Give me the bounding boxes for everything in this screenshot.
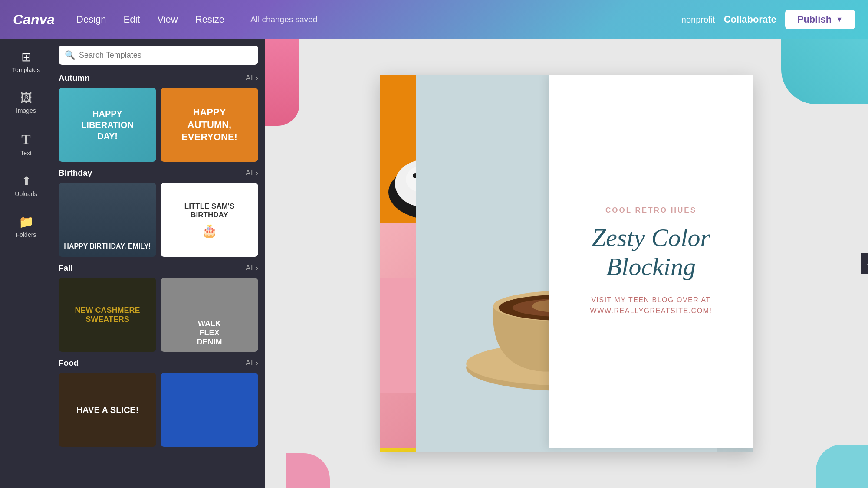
section-all-birthday[interactable]: All › bbox=[246, 169, 258, 177]
canvas-area: COOL RETRO HUES Zesty Color Blocking VIS… bbox=[265, 39, 868, 488]
canvas-image-4 bbox=[549, 448, 753, 452]
publish-arrow-icon: ▼ bbox=[836, 16, 843, 23]
publish-button[interactable]: Publish ▼ bbox=[785, 10, 855, 29]
template-grid-fall: NEW CASHMERESWEATERS WALKFLEXDENIM bbox=[59, 278, 258, 352]
canvas-description: VISIT MY TEEN BLOG OVER ATWWW.REALLYGREA… bbox=[590, 295, 712, 317]
birthday-cake-icon: 🎂 bbox=[201, 223, 217, 238]
nonprofit-button[interactable]: nonprofit bbox=[681, 15, 715, 25]
sidebar-label-templates: Templates bbox=[12, 66, 40, 73]
template-card-autumn-2[interactable]: HAPPYAUTUMN,EVERYONE! bbox=[161, 88, 258, 162]
sidebar-item-folders[interactable]: 📁 Folders bbox=[0, 210, 52, 242]
template-text-autumn-1: HAPPYLIBERATIONDAY! bbox=[81, 108, 134, 142]
bg-decor-teal-tr bbox=[781, 39, 868, 104]
template-text-food-1: HAVE A SLICE! bbox=[76, 405, 139, 415]
templates-icon: ⊞ bbox=[21, 50, 31, 64]
section-title-fall: Fall bbox=[59, 263, 73, 273]
icon-sidebar: ⊞ Templates 🖼 Images T Text ⬆ Uploads 📁 … bbox=[0, 39, 52, 488]
main-area: ⊞ Templates 🖼 Images T Text ⬆ Uploads 📁 … bbox=[0, 39, 868, 488]
sidebar-label-images: Images bbox=[16, 107, 36, 114]
template-grid-autumn: HAPPYLIBERATIONDAY! HAPPYAUTUMN,EVERYONE… bbox=[59, 88, 258, 162]
search-bar[interactable]: 🔍 bbox=[59, 46, 258, 65]
folders-icon: 📁 bbox=[19, 215, 34, 229]
sidebar-item-images[interactable]: 🖼 Images bbox=[0, 86, 52, 118]
canvas-image-4-svg bbox=[549, 448, 753, 452]
section-header-fall: Fall All › bbox=[59, 263, 258, 273]
uploads-icon: ⬆ bbox=[21, 174, 31, 188]
nav-resize[interactable]: Resize bbox=[195, 14, 224, 25]
templates-panel: 🔍 Autumn All › HAPPYLIBERATIONDAY! HAPPY… bbox=[52, 39, 265, 488]
section-header-food: Food All › bbox=[59, 358, 258, 368]
template-card-food-1[interactable]: HAVE A SLICE! bbox=[59, 373, 156, 447]
sidebar-item-templates[interactable]: ⊞ Templates bbox=[0, 46, 52, 78]
bg-decor-pink-bl bbox=[286, 453, 330, 488]
images-icon: 🖼 bbox=[20, 91, 32, 105]
sidebar-item-text[interactable]: T Text bbox=[0, 127, 52, 161]
section-title-autumn: Autumn bbox=[59, 73, 90, 83]
template-text-birthday-2: LITTLE SAM'SBIRTHDAY bbox=[184, 202, 234, 219]
section-title-food: Food bbox=[59, 358, 79, 368]
canvas-image-4-content bbox=[549, 448, 753, 452]
section-header-autumn: Autumn All › bbox=[59, 73, 258, 83]
canvas-center-card: COOL RETRO HUES Zesty Color Blocking VIS… bbox=[549, 75, 753, 448]
bg-decor-pink bbox=[265, 39, 299, 126]
template-text-autumn-2: HAPPYAUTUMN,EVERYONE! bbox=[181, 106, 237, 144]
template-grid-food: HAVE A SLICE! bbox=[59, 373, 258, 447]
template-card-fall-2[interactable]: WALKFLEXDENIM bbox=[161, 278, 258, 352]
template-text-birthday-1: HAPPY BIRTHDAY, EMILY! bbox=[64, 242, 151, 250]
template-card-birthday-1[interactable]: HAPPY BIRTHDAY, EMILY! bbox=[59, 183, 156, 257]
save-status: All changes saved bbox=[250, 15, 681, 24]
template-text-fall-2: WALKFLEXDENIM bbox=[197, 319, 222, 347]
template-card-food-2[interactable] bbox=[161, 373, 258, 447]
bg-decor-teal-br bbox=[816, 445, 868, 488]
nav-edit[interactable]: Edit bbox=[124, 14, 140, 25]
sidebar-label-text: Text bbox=[20, 150, 32, 157]
search-input[interactable] bbox=[79, 51, 252, 60]
sidebar-item-uploads[interactable]: ⬆ Uploads bbox=[0, 170, 52, 202]
template-card-autumn-1[interactable]: HAPPYLIBERATIONDAY! bbox=[59, 88, 156, 162]
template-card-birthday-2[interactable]: LITTLE SAM'SBIRTHDAY 🎂 bbox=[161, 183, 258, 257]
design-canvas[interactable]: COOL RETRO HUES Zesty Color Blocking VIS… bbox=[380, 75, 753, 452]
section-all-food[interactable]: All › bbox=[246, 359, 258, 367]
template-text-fall-1: NEW CASHMERESWEATERS bbox=[75, 306, 140, 324]
nav-design[interactable]: Design bbox=[76, 14, 106, 25]
app-logo[interactable]: Canva bbox=[13, 12, 55, 28]
canvas-subtitle: COOL RETRO HUES bbox=[605, 206, 697, 215]
template-card-fall-1[interactable]: NEW CASHMERESWEATERS bbox=[59, 278, 156, 352]
sidebar-label-uploads: Uploads bbox=[15, 190, 37, 197]
svg-rect-62 bbox=[549, 448, 717, 452]
nav-view[interactable]: View bbox=[157, 14, 178, 25]
section-all-fall[interactable]: All › bbox=[246, 264, 258, 272]
section-header-birthday: Birthday All › bbox=[59, 168, 258, 178]
text-icon: T bbox=[21, 131, 30, 147]
search-icon: 🔍 bbox=[65, 50, 76, 60]
navbar: Canva Design Edit View Resize All change… bbox=[0, 0, 868, 39]
collaborate-button[interactable]: Collaborate bbox=[724, 14, 776, 25]
template-grid-birthday: HAPPY BIRTHDAY, EMILY! LITTLE SAM'SBIRTH… bbox=[59, 183, 258, 257]
canvas-title: Zesty Color Blocking bbox=[566, 223, 736, 281]
sidebar-label-folders: Folders bbox=[16, 231, 36, 238]
section-all-autumn[interactable]: All › bbox=[246, 74, 258, 82]
section-title-birthday: Birthday bbox=[59, 168, 92, 178]
